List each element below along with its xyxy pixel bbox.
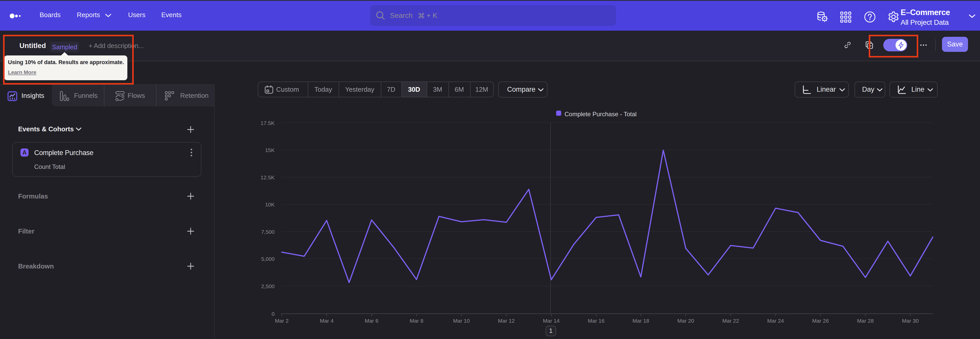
svg-text:Mar 20: Mar 20 xyxy=(677,318,694,324)
svg-text:7,500: 7,500 xyxy=(261,229,275,235)
svg-text:12.5K: 12.5K xyxy=(261,174,275,181)
svg-text:17.5K: 17.5K xyxy=(261,120,275,126)
svg-text:Mar 24: Mar 24 xyxy=(767,318,784,324)
svg-text:10K: 10K xyxy=(265,201,275,208)
svg-text:Mar 8: Mar 8 xyxy=(410,318,423,324)
svg-text:Mar 18: Mar 18 xyxy=(632,318,649,324)
svg-text:Mar 4: Mar 4 xyxy=(320,318,334,324)
svg-text:Mar 28: Mar 28 xyxy=(857,318,873,324)
svg-text:Mar 6: Mar 6 xyxy=(365,318,379,324)
svg-text:Complete Purchase - Total: Complete Purchase - Total xyxy=(565,110,636,118)
svg-text:Mar 26: Mar 26 xyxy=(812,318,829,324)
svg-text:1: 1 xyxy=(549,327,552,334)
svg-text:2,500: 2,500 xyxy=(261,283,275,289)
svg-text:Mar 2: Mar 2 xyxy=(275,318,289,324)
svg-text:Mar 14: Mar 14 xyxy=(543,318,560,324)
svg-text:15K: 15K xyxy=(265,147,275,153)
svg-text:5,000: 5,000 xyxy=(261,256,275,262)
svg-text:Mar 30: Mar 30 xyxy=(902,318,918,324)
svg-text:Mar 22: Mar 22 xyxy=(722,318,739,324)
svg-text:0: 0 xyxy=(272,311,275,317)
svg-text:Mar 16: Mar 16 xyxy=(588,318,605,324)
svg-text:Mar 10: Mar 10 xyxy=(453,318,469,324)
svg-text:Mar 12: Mar 12 xyxy=(498,318,514,324)
